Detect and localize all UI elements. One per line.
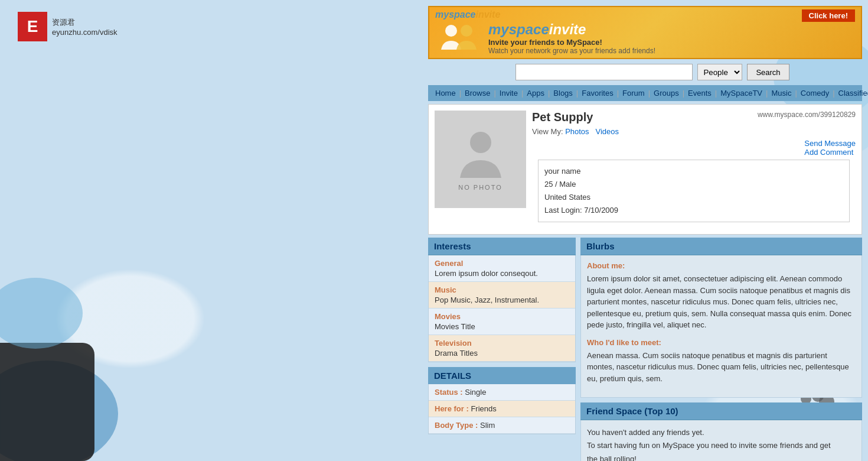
friend-space-header: Friend Space (Top 10) — [580, 402, 862, 420]
nav-blogs[interactable]: Blogs — [553, 89, 573, 98]
profile-photo: NO PHOTO — [435, 111, 526, 208]
interest-music: Music Pop Music, Jazz, Instrumental. — [429, 282, 575, 309]
logo-name: 资源君 — [52, 17, 118, 28]
detail-here-for: Here for : Friends — [429, 401, 575, 417]
user-last-login: Last Login: 7/10/2009 — [544, 204, 843, 217]
banner-tagline: Invite your friends to MySpace! — [488, 38, 655, 47]
add-comment-link[interactable]: Add Comment — [804, 148, 856, 157]
svg-point-0 — [0, 361, 118, 461]
two-col-section: Interests General Lorem ipsum dolor cons… — [428, 238, 862, 461]
detail-status-value: Single — [465, 388, 486, 397]
nav-comedy[interactable]: Comedy — [801, 89, 829, 98]
details-section: DETAILS Status : Single Here for : Frien… — [428, 367, 576, 434]
detail-body-type-value: Slim — [480, 421, 495, 430]
photos-link[interactable]: Photos — [565, 127, 589, 136]
nav-invite[interactable]: Invite — [500, 89, 518, 98]
search-input[interactable] — [515, 64, 693, 80]
user-details-box: your name 25 / Male United States Last L… — [538, 160, 850, 222]
interest-general: General Lorem ipsum dolor conseqout. — [429, 255, 575, 282]
logo: E 资源君 eyunzhu.com/vdisk — [18, 12, 118, 41]
friend-space-line2: To start having fun on MySpace you need … — [587, 439, 856, 452]
search-button[interactable]: Search — [747, 64, 789, 80]
svg-rect-1 — [0, 343, 94, 461]
banner-sub-tagline: Watch your network grow as your friends … — [488, 47, 655, 55]
nav-groups[interactable]: Groups — [654, 89, 679, 98]
nav-favorites[interactable]: Favorites — [582, 89, 613, 98]
view-my-label: View My: — [532, 127, 563, 136]
about-me-text: Lorem ipsum dolor sit amet, consectetuer… — [587, 273, 856, 331]
detail-here-for-label: Here for : — [435, 404, 469, 413]
who-text: Aenean massa. Cum sociis natoque penatib… — [587, 350, 856, 385]
banner[interactable]: myspaceinvite Click here! myspaceinvite … — [428, 6, 862, 59]
send-message-link[interactable]: Send Message — [804, 139, 856, 148]
videos-link[interactable]: Videos — [595, 127, 619, 136]
nav-music[interactable]: Music — [771, 89, 791, 98]
nav-bar: Home | Browse | Invite | Apps | Blogs | … — [428, 85, 862, 101]
blurbs-header: Blurbs — [580, 238, 862, 255]
nav-classifieds[interactable]: Classifieds — [838, 89, 868, 98]
friend-space-line1: You haven't added any friends yet. — [587, 426, 856, 439]
friend-space-body: You haven't added any friends yet. To st… — [580, 420, 862, 461]
search-bar: PeopleMusicVideosBlogsEventsGroups Searc… — [428, 59, 868, 85]
profile-section: NO PHOTO Pet Supply www.myspace.com/3991… — [428, 104, 862, 235]
interest-music-label: Music — [435, 285, 569, 294]
interest-television-value: Drama Titles — [435, 349, 569, 358]
detail-body-type: Body Type : Slim — [429, 417, 575, 434]
friend-space-section: Friend Space (Top 10) You haven't added … — [580, 402, 862, 461]
interest-movies-label: Movies — [435, 312, 569, 321]
search-dropdown[interactable]: PeopleMusicVideosBlogsEventsGroups — [697, 64, 742, 80]
interest-television-label: Television — [435, 339, 569, 348]
interests-section: Interests General Lorem ipsum dolor cons… — [428, 238, 576, 362]
nav-home[interactable]: Home — [435, 89, 456, 98]
interests-body: General Lorem ipsum dolor conseqout. Mus… — [428, 255, 576, 362]
nav-forum[interactable]: Forum — [622, 89, 645, 98]
detail-status: Status : Single — [429, 384, 575, 401]
user-name: your name — [544, 165, 843, 178]
interest-general-value: Lorem ipsum dolor conseqout. — [435, 269, 569, 278]
svg-point-2 — [0, 278, 83, 349]
svg-point-19 — [470, 132, 491, 153]
nav-browse[interactable]: Browse — [465, 89, 490, 98]
profile-name: Pet Supply — [532, 111, 593, 124]
interest-television: Television Drama Titles — [429, 335, 575, 362]
detail-status-label: Status : — [435, 388, 463, 397]
details-body: Status : Single Here for : Friends Body … — [428, 384, 576, 434]
blurbs-section: Blurbs About me: Lorem ipsum dolor sit a… — [580, 238, 862, 398]
interests-column: Interests General Lorem ipsum dolor cons… — [428, 238, 576, 461]
user-age-gender: 25 / Male — [544, 178, 843, 191]
who-label: Who I'd like to meet: — [587, 338, 856, 347]
banner-click-here[interactable]: Click here! — [802, 9, 855, 22]
interest-movies: Movies Movies Title — [429, 309, 575, 335]
logo-letter: E — [18, 12, 47, 41]
nav-apps[interactable]: Apps — [527, 89, 544, 98]
nav-events[interactable]: Events — [688, 89, 712, 98]
svg-point-17 — [445, 25, 457, 37]
user-location: United States — [544, 191, 843, 204]
no-photo-label: NO PHOTO — [458, 184, 502, 191]
about-me-label: About me: — [587, 261, 856, 270]
interest-music-value: Pop Music, Jazz, Instrumental. — [435, 296, 569, 304]
blurbs-body: About me: Lorem ipsum dolor sit amet, co… — [580, 255, 862, 398]
logo-url: eyunzhu.com/vdisk — [52, 28, 118, 37]
interests-header: Interests — [428, 238, 576, 255]
detail-here-for-value: Friends — [471, 404, 496, 413]
svg-point-18 — [461, 25, 472, 37]
banner-area: myspaceinvite Click here! myspaceinvite … — [428, 0, 868, 59]
blurbs-column: Blurbs About me: Lorem ipsum dolor sit a… — [580, 238, 862, 461]
interest-movies-value: Movies Title — [435, 322, 569, 331]
profile-url: www.myspace.com/399120829 — [758, 111, 856, 119]
friend-space-line3: the ball rolling! — [587, 453, 856, 461]
details-header: DETAILS — [428, 367, 576, 384]
detail-body-type-label: Body Type : — [435, 421, 478, 430]
nav-myspacetv[interactable]: MySpaceTV — [720, 89, 762, 98]
interest-general-label: General — [435, 259, 569, 268]
